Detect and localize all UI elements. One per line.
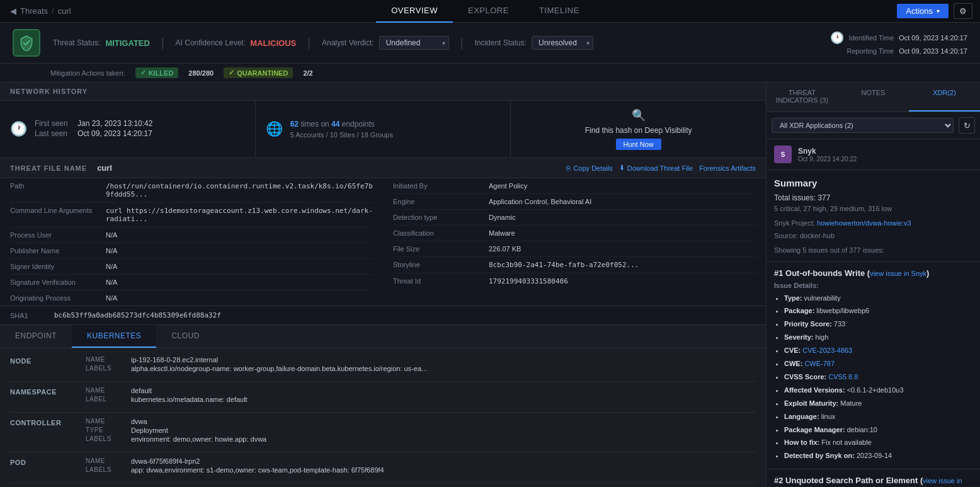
tf-right-col: Initiated By Agent Policy Engine Applica… [383,178,766,306]
k8s-node-labels-key: LABELS [86,365,123,372]
tab-endpoint[interactable]: ENDPOINT [0,325,72,348]
separator-2: | [307,37,311,50]
hunt-now-button[interactable]: Hunt Now [616,139,661,150]
k8s-pod-fields: NAME dvwa-6f75f689f4-lrpn2 LABELS app: d… [86,457,756,475]
accounts-info: 5 Accounts / 10 Sites / 18 Groups [290,131,393,139]
tf-storyline-row: Storyline 8cbc3b90-2a41-74be-fafb-a72e0f… [393,257,756,273]
list-item: Package: libwebp/libwebp6 [784,304,972,318]
sha1-label: SHA1 [10,312,48,319]
xdr-app-select[interactable]: All XDR Applications (2) [772,118,954,133]
analyst-verdict-item: Analyst Verdict: Undefined True Positive… [322,36,449,50]
k8s-ctrl-name-key: NAME [86,418,123,425]
tf-origproc-key: Originating Process [10,294,98,302]
calendar-icon: 🕐 [10,121,27,137]
threat-status-label: Threat Status: [53,38,100,47]
chevron-down-icon: ▾ [937,8,940,14]
nav-tabs: OVERVIEW EXPLORE TIMELINE [81,0,890,23]
issue-1-view-link[interactable]: view issue in Snyk [870,270,926,277]
tf-class-val: Malware [489,229,515,237]
tab-overview[interactable]: OVERVIEW [376,0,453,23]
k8s-node-name-val: ip-192-168-0-28.ec2.internal [131,356,218,364]
cvss-link-1[interactable]: CVS5 8.8 [828,373,858,381]
snyk-logo: S [774,146,792,163]
right-panel-tabs: THREAT INDICATORS (3) NOTES XDR(2) [766,83,980,112]
breadcrumb-threats[interactable]: Threats [20,6,48,16]
k8s-divider-2 [10,412,756,413]
snyk-project-link[interactable]: howiehowerton/dvwa-howie:v3 [817,219,911,227]
cwe-link-1[interactable]: CWE-787 [804,360,835,367]
list-item: Severity: high [784,331,972,344]
tf-threatid-row: Threat Id 1792199403331580406 [393,273,756,289]
tab-cloud[interactable]: CLOUD [156,325,215,348]
issue-2-title: #2 Unquoted Search Path or Element (view… [774,476,972,486]
tf-path-key: Path [10,182,98,190]
check-icon: ✓ [140,69,146,77]
k8s-ctrl-labels-row: LABELS environment: demo,owner: howie.ap… [86,435,756,443]
tf-engine-row: Engine Application Control, Behavioral A… [393,194,756,210]
first-seen-value: Jan 23, 2023 13:10:42 [77,119,152,128]
threat-file-header: THREAT FILE NAME curl ⎘ Copy Details ⬇ D… [0,158,766,178]
tab-explore[interactable]: EXPLORE [453,0,524,23]
summary-title: Summary [774,178,972,188]
endpoints-count: 44 [331,120,339,129]
tf-pubname-val: N/A [106,247,117,255]
k8s-controller-row: CONTROLLER NAME dvwa TYPE Deployment LAB… [10,418,756,444]
tf-cmd-row: Command Line Arguments curl https://s1de… [10,203,373,227]
k8s-divider-1 [10,381,756,382]
last-seen-value: Oct 09, 2023 14:20:17 [77,129,152,138]
threat-status-item: Threat Status: MITIGATED [53,38,150,48]
verdict-select[interactable]: Undefined True Positive False Positive [379,36,449,50]
list-item: Language: linux [784,410,972,423]
list-item: Priority Score: 733 [784,318,972,331]
tf-sigver-row: Signature Verification N/A [10,275,373,290]
ai-confidence-value: MALICIOUS [250,38,296,48]
first-seen-row: First seen Jan 23, 2023 13:10:42 [35,119,152,128]
tf-pubname-key: Publisher Name [10,247,98,255]
source-label: Source: [774,232,798,239]
incident-status-item: Incident Status: Unresolved In Progress … [474,36,593,50]
issue-1-section: #1 Out-of-bounds Write (view issue in Sn… [766,262,980,470]
sha1-value: bc6b53ff9a0adb685273dfc4b85309e6fd88a32f [54,311,221,319]
issue-dist: 5 critical, 27 high, 29 medium, 316 low [774,205,972,212]
list-item: Affected Versions: <0.6.1-2+deb10u3 [784,384,972,397]
tf-signer-row: Signer Identity N/A [10,259,373,275]
status-bar: Threat Status: MITIGATED | AI Confidence… [0,23,980,64]
download-threat-file-button[interactable]: ⬇ Download Threat File [619,164,693,172]
breadcrumb-separator: / [52,6,54,16]
k8s-pod-row: POD NAME dvwa-6f75f689f4-lrpn2 LABELS ap… [10,457,756,475]
k8s-controller-label: CONTROLLER [10,418,86,444]
main-content: NETWORK HISTORY 🕐 First seen Jan 23, 202… [0,83,980,486]
k8s-namespace-row: NAMESPACE NAME default LABEL kubernetes.… [10,387,756,404]
tab-timeline[interactable]: TIMELINE [524,0,595,23]
incident-select[interactable]: Unresolved In Progress Resolved [532,36,593,50]
tf-dettype-row: Detection type Dynamic [393,210,756,226]
forensics-button[interactable]: Forensics Artifacts [699,164,756,172]
tab-notes[interactable]: NOTES [838,83,909,112]
breadcrumb: ◀ Threats / curl [0,6,81,16]
clock-icon: 🕐 [830,31,844,45]
back-arrow-icon[interactable]: ◀ [10,6,16,16]
breadcrumb-current: curl [58,6,71,16]
tf-origproc-val: N/A [106,294,117,302]
k8s-pod-labels-row: LABELS app: dvwa,environment: s1-demo,ow… [86,466,756,474]
copy-details-button[interactable]: ⎘ Copy Details [566,164,612,172]
settings-button[interactable]: ⚙ [954,3,972,19]
refresh-button[interactable]: ↻ [959,117,975,134]
k8s-ns-name-row: NAME default [86,387,756,394]
cve-link-1[interactable]: CVE-2023-4863 [802,347,852,354]
threat-file-details: Path /host/run/containerd/io.containerd.… [0,178,766,306]
tab-xdr[interactable]: XDR(2) [909,83,980,112]
quarantined-badge: ✓ QUARANTINED [224,67,293,78]
tab-kubernetes[interactable]: KUBERNETES [72,325,156,348]
k8s-pod-labels-val: app: dvwa,environment: s1-demo,owner: cw… [131,466,384,474]
download-icon: ⬇ [619,164,625,172]
k8s-ctrl-labels-key: LABELS [86,435,123,443]
nav-actions: Actions ▾ ⚙ [889,3,980,19]
actions-button[interactable]: Actions ▾ [897,4,949,18]
tf-path-val: /host/run/containerd/io.containerd.runti… [106,182,373,198]
k8s-pod-name-val: dvwa-6f75f689f4-lrpn2 [131,457,200,465]
issue-1-title: #1 Out-of-bounds Write (view issue in Sn… [774,268,972,278]
check-icon-2: ✓ [229,69,234,77]
endpoints-content: 62 times on 44 endpoints 5 Accounts / 10… [290,120,393,139]
tab-threat-indicators[interactable]: THREAT INDICATORS (3) [766,83,838,112]
